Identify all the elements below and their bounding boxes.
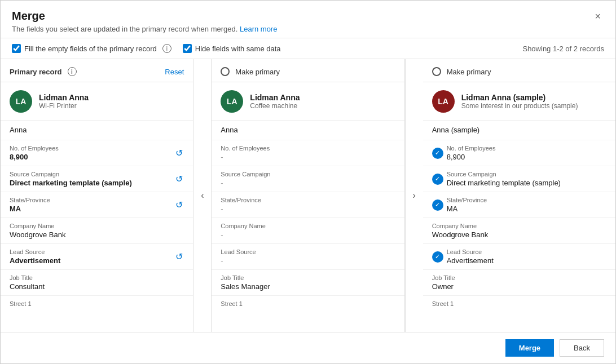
primary-record-sub: Wi-Fi Printer (39, 102, 89, 110)
merge-button[interactable]: Merge (505, 339, 554, 357)
primary-firstname: Anna (10, 126, 184, 134)
secondary1-record-name: Lidman Anna (250, 93, 300, 102)
s2-employees-check-icon: ✓ (432, 148, 443, 159)
s2-lead-source-row: ✓ Lead Source Advertisement (423, 245, 615, 268)
secondary2-record-details: Lidman Anna (sample) Some interest in ou… (461, 93, 578, 110)
secondary1-header-label: Make primary (235, 68, 280, 76)
primary-lead-source-value: Advertisement (10, 256, 174, 265)
s2-state-row: ✓ State/Province MA (423, 193, 615, 216)
secondary1-avatar: LA (221, 90, 243, 113)
primary-source-campaign-value: Direct marketing template (sample) (10, 179, 174, 187)
primary-avatar: LA (10, 90, 32, 113)
dialog-title: Merge (12, 10, 277, 23)
fill-empty-checkbox-label[interactable]: Fill the empty fields of the primary rec… (12, 44, 171, 53)
hide-same-checkbox[interactable] (183, 44, 192, 53)
primary-record-info: LA Lidman Anna Wi-Fi Printer (1, 82, 193, 121)
source-campaign-reset-icon[interactable]: ↺ (174, 172, 184, 185)
header-text: Merge The fields you select are updated … (12, 10, 277, 33)
primary-employees-label: No. of Employees (10, 145, 174, 152)
primary-employees-row: No. of Employees 8,900 ↺ (1, 141, 193, 165)
secondary1-col-header: Make primary (212, 59, 404, 82)
primary-street1-row: Street 1 (1, 297, 193, 312)
s2-company-row: Company Name Woodgrove Bank (423, 219, 615, 242)
close-button[interactable]: × (591, 10, 604, 24)
s1-state-row: State/Province - (212, 193, 404, 216)
s2-source-campaign-check-icon: ✓ (432, 174, 443, 185)
primary-job-title-value: Consultant (10, 282, 184, 291)
primary-company-row: Company Name Woodgrove Bank (1, 219, 193, 242)
secondary2-make-primary-radio[interactable] (432, 67, 441, 76)
s2-source-campaign-row: ✓ Source Campaign Direct marketing templ… (423, 167, 615, 190)
s1-employees-row: No. of Employees - (212, 141, 404, 165)
secondary2-record-name: Lidman Anna (sample) (461, 93, 578, 102)
primary-record-name: Lidman Anna (39, 93, 89, 102)
hide-same-checkbox-label[interactable]: Hide fields with same data (183, 44, 281, 53)
s1-company-row: Company Name - (212, 219, 404, 242)
secondary2-header-label: Make primary (447, 68, 491, 76)
secondary2-firstname-section: Anna (sample) (423, 121, 615, 139)
primary-company-value: Woodgrove Bank (10, 230, 184, 239)
toolbar: Fill the empty fields of the primary rec… (1, 38, 615, 59)
s2-street1-row: Street 1 (423, 297, 615, 312)
primary-firstname-section: Anna (1, 121, 193, 139)
employees-reset-icon[interactable]: ↺ (174, 147, 184, 159)
s2-employees-row: ✓ No. of Employees 8,900 (423, 141, 615, 165)
secondary-column-1: Make primary LA Lidman Anna Coffee machi… (212, 59, 404, 332)
primary-column: Primary record i Reset LA Lidman Anna Wi… (1, 59, 193, 332)
primary-source-campaign-row: Source Campaign Direct marketing templat… (1, 167, 193, 190)
primary-employees-value: 8,900 (10, 153, 174, 161)
primary-state-row: State/Province MA ↺ (1, 193, 193, 216)
secondary1-firstname-section: Anna (212, 121, 404, 139)
secondary2-record-sub: Some interest in our products (sample) (461, 102, 578, 110)
primary-street1-label: Street 1 (10, 300, 184, 307)
secondary1-record-sub: Coffee machine (250, 102, 300, 110)
s2-job-title-row: Job Title Owner (423, 271, 615, 294)
primary-company-label: Company Name (10, 223, 184, 229)
nav-left-arrow[interactable]: ‹ (193, 59, 212, 332)
secondary1-record-details: Lidman Anna Coffee machine (250, 93, 300, 110)
s2-state-check-icon: ✓ (432, 199, 443, 211)
primary-label: Primary record i (10, 67, 77, 76)
primary-record-details: Lidman Anna Wi-Fi Printer (39, 93, 89, 110)
toolbar-left: Fill the empty fields of the primary rec… (12, 44, 281, 53)
secondary2-record-info: LA Lidman Anna (sample) Some interest in… (423, 82, 615, 121)
learn-more-link[interactable]: Learn more (240, 25, 277, 33)
primary-lead-source-label: Lead Source (10, 248, 174, 255)
secondary1-record-info: LA Lidman Anna Coffee machine (212, 82, 404, 121)
nav-right-arrow[interactable]: › (405, 59, 423, 332)
primary-record-info-icon[interactable]: i (68, 67, 77, 76)
back-button[interactable]: Back (560, 339, 604, 357)
s1-street1-row: Street 1 (212, 297, 404, 312)
showing-text: Showing 1-2 of 2 records (522, 45, 604, 53)
dialog-header: Merge The fields you select are updated … (1, 1, 615, 38)
secondary1-firstname: Anna (221, 126, 395, 134)
secondary2-avatar: LA (432, 90, 455, 113)
primary-job-title-label: Job Title (10, 274, 184, 281)
state-reset-icon[interactable]: ↺ (174, 198, 184, 211)
secondary1-make-primary-radio[interactable] (221, 67, 230, 76)
content-area: Primary record i Reset LA Lidman Anna Wi… (1, 59, 615, 332)
fill-empty-info-icon[interactable]: i (162, 44, 171, 53)
primary-lead-source-row: Lead Source Advertisement ↺ (1, 245, 193, 268)
dialog-footer: Merge Back (1, 332, 615, 363)
primary-state-label: State/Province (10, 197, 174, 203)
s1-job-title-row: Job Title Sales Manager (212, 271, 404, 294)
primary-state-value: MA (10, 205, 174, 213)
s2-lead-source-check-icon: ✓ (432, 251, 443, 263)
s1-lead-source-row: Lead Source - (212, 245, 404, 268)
secondary-column-2: Make primary LA Lidman Anna (sample) Som… (423, 59, 615, 332)
secondary2-firstname: Anna (sample) (432, 126, 606, 134)
secondary2-col-header: Make primary (423, 59, 615, 82)
primary-job-title-row: Job Title Consultant (1, 271, 193, 294)
columns-wrapper: Primary record i Reset LA Lidman Anna Wi… (1, 59, 615, 332)
reset-link[interactable]: Reset (165, 68, 184, 76)
primary-col-header: Primary record i Reset (1, 59, 193, 82)
s1-source-campaign-row: Source Campaign - (212, 167, 404, 190)
dialog-subtitle: The fields you select are updated in the… (12, 25, 277, 33)
merge-dialog: Merge The fields you select are updated … (0, 0, 616, 364)
lead-source-reset-icon[interactable]: ↺ (174, 250, 184, 263)
primary-source-campaign-label: Source Campaign (10, 171, 174, 177)
fill-empty-checkbox[interactable] (12, 44, 21, 53)
